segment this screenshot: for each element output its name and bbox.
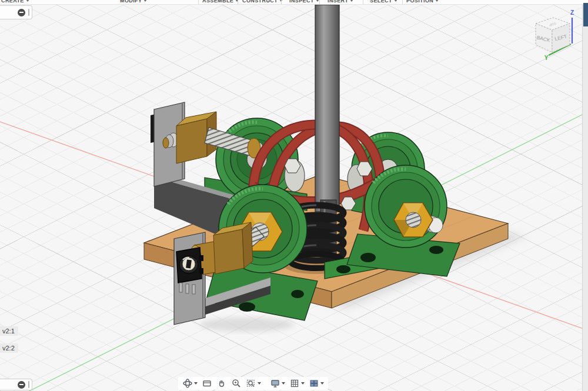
timeline-panel-collapsed[interactable]	[0, 379, 32, 390]
menu-create[interactable]: CREATE	[1, 0, 29, 4]
chevron-down-icon	[350, 0, 353, 2]
window-edge-strip	[583, 3, 588, 26]
menu-separator	[319, 0, 320, 4]
menu-select[interactable]: SELECT	[370, 0, 397, 4]
orbit-button[interactable]	[182, 378, 198, 389]
chevron-down-icon	[301, 382, 305, 385]
menu-separator	[238, 0, 238, 4]
look-at-button[interactable]	[202, 378, 212, 389]
menu-construct[interactable]: CONSTRUCT	[242, 0, 283, 4]
collapse-circle-icon[interactable]	[18, 9, 25, 16]
component-label-v2-1[interactable]: v2:1	[0, 326, 18, 336]
viewcube[interactable]: BACK LEFT TOP Z Y	[525, 7, 584, 66]
collapse-circle-icon[interactable]	[18, 381, 25, 389]
zoom-icon	[231, 378, 242, 389]
brass-tip	[163, 138, 169, 148]
fusion-canvas: CREATE MODIFY ASSEMBLE CONSTRUCT INSPECT…	[0, 0, 588, 391]
chevron-down-icon	[282, 382, 285, 385]
menu-separator	[281, 0, 282, 4]
menu-modify[interactable]: MODIFY	[120, 0, 147, 4]
grid-icon	[289, 378, 300, 389]
chevron-down-icon	[26, 0, 29, 2]
fit-icon	[246, 378, 256, 389]
component-label-v2-2[interactable]: v2:2	[0, 343, 18, 353]
chevron-down-icon	[435, 0, 439, 2]
orbit-icon	[182, 378, 193, 389]
chevron-down-icon	[316, 0, 319, 2]
chevron-down-icon	[320, 382, 324, 385]
grid-and-snaps-button[interactable]	[289, 378, 305, 389]
chevron-down-icon	[143, 0, 147, 2]
toolbar-menubar: CREATE MODIFY ASSEMBLE CONSTRUCT INSPECT…	[0, 0, 588, 5]
menu-position[interactable]: POSITION	[406, 0, 439, 4]
fit-button[interactable]	[246, 378, 261, 389]
panel-grip-handle[interactable]	[28, 9, 29, 16]
chevron-down-icon	[394, 0, 397, 2]
chevron-down-icon	[258, 382, 261, 385]
viewports-icon	[309, 378, 319, 389]
look-at-icon	[202, 378, 212, 389]
potentiometer-pins	[179, 283, 195, 294]
menu-inspect[interactable]: INSPECT	[289, 0, 319, 4]
pan-button[interactable]	[216, 378, 227, 389]
menu-insert[interactable]: INSERT	[328, 0, 353, 4]
menu-separator	[363, 0, 363, 4]
menu-assemble[interactable]: ASSEMBLE	[202, 0, 239, 4]
navigation-toolbar	[178, 377, 328, 390]
display-settings-icon	[270, 378, 280, 389]
panel-grip-handle[interactable]	[28, 381, 29, 388]
z-axis-label: Z	[570, 9, 574, 16]
viewports-button[interactable]	[309, 378, 324, 389]
zoom-button[interactable]	[231, 378, 242, 389]
model-viewport[interactable]	[0, 0, 588, 391]
y-axis-label: Y	[544, 55, 549, 61]
pan-hand-icon	[216, 378, 227, 389]
browser-panel-collapsed[interactable]	[0, 5, 32, 19]
menu-separator	[198, 0, 199, 4]
menu-separator	[402, 0, 403, 4]
display-settings-button[interactable]	[270, 378, 285, 389]
chevron-down-icon	[194, 382, 198, 385]
